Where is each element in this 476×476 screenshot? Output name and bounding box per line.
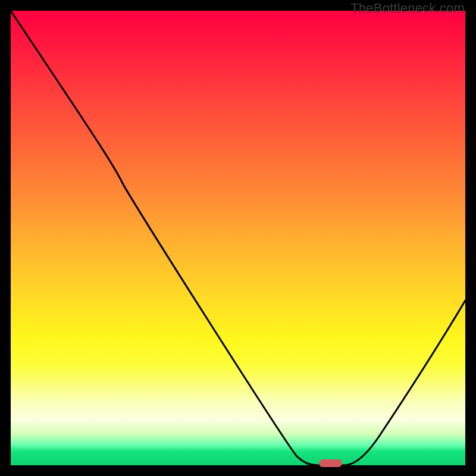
watermark-text: TheBottleneck.com: [350, 1, 465, 16]
optimal-marker: [319, 459, 342, 467]
chart-plot-area: [11, 11, 465, 465]
chart-frame: TheBottleneck.com: [0, 0, 476, 476]
